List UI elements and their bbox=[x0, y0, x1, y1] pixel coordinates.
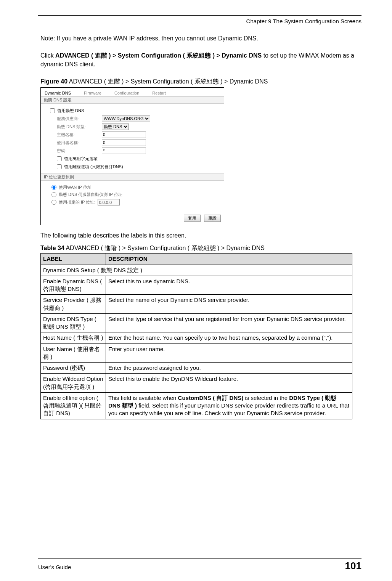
label-specify-ip: 使用指定的 IP 位址: bbox=[59, 199, 95, 205]
input-password[interactable] bbox=[102, 148, 146, 154]
group-dns-setup: 動態 DNS 設定 bbox=[41, 96, 224, 104]
table-cell-label: Enable Wildcard Option (啓用萬用字元選項 ) bbox=[41, 374, 106, 393]
chapter-header: Chapter 9 The System Configuration Scree… bbox=[38, 18, 361, 24]
tab-configuration[interactable]: Configuration bbox=[114, 90, 140, 96]
table-cell-label: Host Name ( 主機名稱 ) bbox=[41, 332, 106, 343]
table-section-header: Dynamic DNS Setup ( 動態 DNS 設定 ) bbox=[41, 265, 352, 276]
label-user: 使用者名稱: bbox=[57, 140, 100, 146]
tab-firmware[interactable]: Firmware bbox=[83, 90, 102, 96]
radio-specify-ip[interactable] bbox=[51, 200, 56, 205]
label-offline: 啓用離線選項 (只限於自訂DNS) bbox=[64, 164, 123, 170]
figure-caption: Figure 40 ADVANCED ( 進階 ) > System Confi… bbox=[40, 78, 361, 86]
table-cell-desc: Enter your user name. bbox=[106, 343, 352, 363]
reset-button[interactable]: 重設 bbox=[204, 215, 221, 222]
label-enable-ddns: 啓用動態 DNS bbox=[57, 108, 84, 114]
table-cell-desc: Select this to enable the DynDNS Wildcar… bbox=[106, 374, 352, 393]
description-table: LABEL DESCRIPTION Dynamic DNS Setup ( 動態… bbox=[40, 253, 352, 419]
label-dns-type: 動態 DNS 類型: bbox=[57, 124, 100, 130]
nav-instruction: Click ADVANCED ( 進階 ) > System Configura… bbox=[40, 51, 361, 69]
table-cell-desc: This field is available when CustomDNS (… bbox=[106, 392, 352, 419]
table-cell-desc: Select this to use dynamic DNS. bbox=[106, 276, 352, 295]
input-host[interactable] bbox=[102, 132, 146, 138]
radio-wan-ip[interactable] bbox=[51, 185, 56, 190]
table-cell-label: Dynamic DNS Type ( 動態 DNS 類型 ) bbox=[41, 313, 106, 332]
table-cell-desc: Select the type of service that you are … bbox=[106, 313, 352, 332]
table-cell-label: Enable offline option ( 啓用離線選項 )( 只限於自訂 … bbox=[41, 392, 106, 419]
table-cell-label: Service Provider ( 服務供應商 ) bbox=[41, 295, 106, 314]
select-dns-type[interactable]: 動態 DNS bbox=[102, 124, 129, 130]
table-caption: Table 34 ADVANCED ( 進階 ) > System Config… bbox=[40, 244, 361, 252]
label-host: 主機名稱: bbox=[57, 132, 100, 138]
checkbox-wildcard[interactable] bbox=[57, 156, 62, 161]
table-cell-desc: Enter the host name. You can specify up … bbox=[106, 332, 352, 343]
table-cell-label: Enable Dynamic DNS ( 啓用動態 DNS) bbox=[41, 276, 106, 295]
table-cell-label: Password (密碼) bbox=[41, 363, 106, 374]
tab-dynamic-dns[interactable]: Dynamic DNS bbox=[44, 90, 72, 96]
select-provider[interactable]: WWW.DynDNS.ORG bbox=[102, 116, 150, 122]
label-password: 密碼: bbox=[57, 148, 100, 154]
table-cell-desc: Select the name of your Dynamic DNS serv… bbox=[106, 295, 352, 314]
th-label: LABEL bbox=[41, 254, 106, 265]
figure-screenshot: Dynamic DNS Firmware Configuration Resta… bbox=[40, 87, 224, 225]
input-specify-ip[interactable] bbox=[98, 199, 120, 205]
apply-button[interactable]: 套用 bbox=[184, 215, 201, 222]
table-cell-desc: Enter the password assigned to you. bbox=[106, 363, 352, 374]
note-text: Note: If you have a private WAN IP addre… bbox=[40, 35, 361, 42]
label-provider: 服務供應商: bbox=[57, 116, 100, 122]
table-cell-label: User Name ( 使用者名稱 ) bbox=[41, 343, 106, 363]
input-user[interactable] bbox=[102, 140, 146, 146]
radio-auto-detect[interactable] bbox=[51, 192, 56, 197]
label-auto-detect: 動態 DNS 伺服器自動偵測 IP 位址 bbox=[59, 192, 122, 197]
label-wildcard: 啓用萬用字元選項 bbox=[64, 156, 98, 162]
tab-restart[interactable]: Restart bbox=[151, 90, 166, 96]
checkbox-enable-ddns[interactable] bbox=[50, 108, 55, 113]
group-ip-policy: IP 位址更新原則 bbox=[41, 173, 224, 181]
th-description: DESCRIPTION bbox=[106, 254, 352, 265]
footer-guide: User's Guide bbox=[38, 564, 71, 570]
checkbox-offline[interactable] bbox=[57, 164, 62, 169]
table-intro: The following table describes the labels… bbox=[40, 232, 361, 239]
page-number: 101 bbox=[345, 560, 361, 572]
label-wan-ip: 使用WAN IP 位址 bbox=[59, 185, 92, 190]
